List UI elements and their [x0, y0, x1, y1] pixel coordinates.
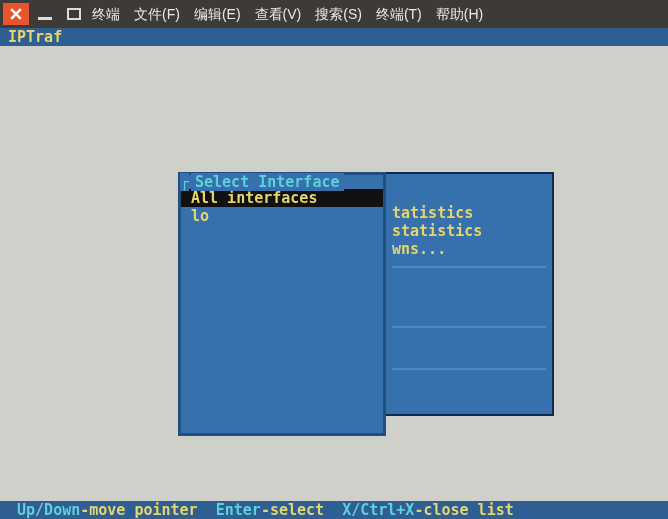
status-bar: Up/Down-move pointer Enter-select X/Ctrl…	[0, 501, 668, 519]
bg-line: statistics	[392, 222, 546, 240]
status-key: X/Ctrl+X	[342, 501, 414, 519]
minimize-icon[interactable]	[32, 3, 58, 25]
dialog-title: Select Interface	[191, 173, 344, 191]
menu-file[interactable]: 文件(F)	[134, 6, 180, 24]
menu-edit[interactable]: 编辑(E)	[194, 6, 241, 24]
close-icon[interactable]	[3, 3, 29, 25]
select-interface-dialog: ┌ Select Interface All interfaces lo	[178, 172, 386, 436]
menu-view[interactable]: 查看(V)	[255, 6, 302, 24]
divider	[392, 368, 546, 370]
status-key: Up/Down	[8, 501, 80, 519]
menu-terminal[interactable]: 终端	[92, 6, 120, 24]
interface-item-all[interactable]: All interfaces	[181, 189, 383, 207]
maximize-icon[interactable]	[61, 3, 87, 25]
divider	[392, 326, 546, 328]
status-desc: -close list	[414, 501, 513, 519]
terminal-area: IPTraf tatistics statistics wns... ┌ Sel…	[0, 28, 668, 519]
status-desc: -move pointer	[80, 501, 215, 519]
status-key: Enter	[216, 501, 261, 519]
divider	[392, 266, 546, 268]
menu-help[interactable]: 帮助(H)	[436, 6, 483, 24]
app-title: IPTraf	[0, 28, 668, 46]
interface-item-lo[interactable]: lo	[181, 207, 383, 225]
box-corner-glyph: ┌	[180, 173, 189, 191]
bg-line: wns...	[392, 240, 546, 258]
background-menu-box: tatistics statistics wns...	[386, 172, 554, 416]
status-desc: -select	[261, 501, 342, 519]
bg-line: tatistics	[392, 204, 546, 222]
menu-search[interactable]: 搜索(S)	[315, 6, 362, 24]
menu-terminal2[interactable]: 终端(T)	[376, 6, 422, 24]
interface-list: All interfaces lo	[181, 189, 383, 225]
menubar: 终端 文件(F) 编辑(E) 查看(V) 搜索(S) 终端(T) 帮助(H)	[92, 4, 483, 26]
